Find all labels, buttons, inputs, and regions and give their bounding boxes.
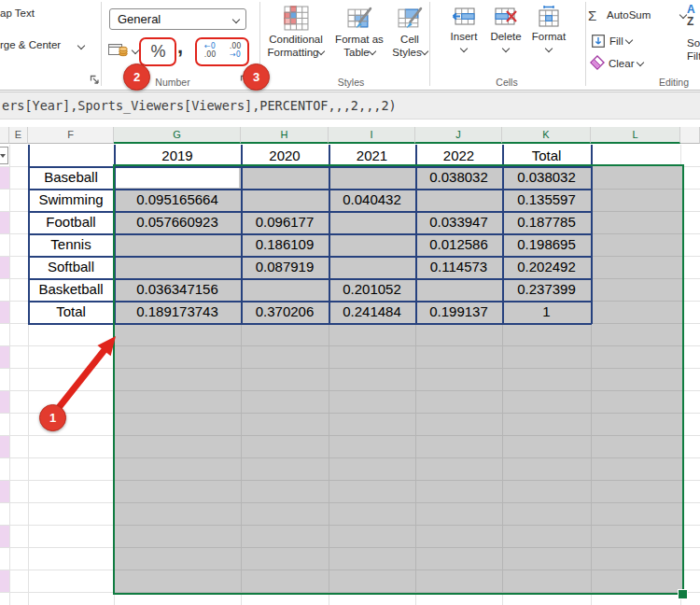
delete-label: Delete [490,31,521,42]
column-header-partial[interactable] [0,127,9,144]
autosum-chevron-icon[interactable] [679,11,687,19]
column-header-H[interactable]: H [241,127,329,144]
column-header-K[interactable]: K [502,127,591,144]
format-as-table-icon [347,6,372,31]
sort-filter-label-2[interactable]: Filt [687,50,700,62]
year-header-cell[interactable]: 2020 [241,145,329,166]
conditional-formatting-label-1: Conditional [269,34,323,45]
group-separator [585,2,586,86]
year-header-cell[interactable]: 2021 [329,145,415,166]
gridline-h [682,166,700,167]
column-header-L[interactable]: L [591,127,680,144]
delete-cells-button[interactable]: Delete [483,4,528,56]
gridline-h [0,480,114,481]
gridline-v [680,145,681,166]
annotation-arrow-icon [0,317,140,429]
row-label[interactable]: Baseball [28,166,114,189]
year-header-cell[interactable]: Total [502,145,591,166]
column-header-J[interactable]: J [415,127,502,144]
clear-icon[interactable] [590,55,605,70]
cells-group-label: Cells [479,77,535,88]
number-format-dropdown[interactable]: General [109,8,246,30]
clear-label: Clear [609,58,634,69]
annotation-step-1: 1 [39,404,66,431]
excel-window: 2019202020212022TotalBaseball0.0380320.0… [0,0,700,605]
stripe-pink-cell [0,256,9,278]
gridline-h [682,323,700,324]
stripe-pink-cell [0,480,9,502]
accounting-format-icon[interactable] [108,42,129,59]
sort-filter-label-1[interactable]: So [687,37,700,49]
sort-filter-icon[interactable]: A Z [687,4,695,28]
annotation-step-3: 3 [243,63,270,91]
gridline-h [0,592,114,593]
column-header-G[interactable]: G [114,127,241,144]
conditional-formatting-icon [284,6,309,31]
selection-fill-handle[interactable] [678,589,688,599]
cell-styles-icon [398,6,423,31]
column-header-F[interactable]: F [28,127,114,144]
insert-cells-icon [452,6,476,28]
formula-text[interactable]: ers[Year],Sports_Viewers[Viewers],PERCEN… [2,98,397,113]
format-as-table-label-1: Format as [335,34,384,45]
column-header-I[interactable]: I [329,127,415,144]
column-header-E[interactable]: E [9,127,28,144]
gridline-h [682,233,700,234]
gridline-h [0,457,114,458]
gridline-h [682,525,700,526]
ribbon-bottom-border [0,90,700,91]
format-cells-button[interactable]: Format [525,4,572,56]
sigma-icon[interactable]: Σ [588,7,596,23]
row-label[interactable]: Softball [28,256,114,278]
autosum-button[interactable]: AutoSum [607,9,651,21]
stripe-pink-cell [0,211,9,233]
fill-button[interactable]: Fill [609,35,632,47]
insert-label: Insert [451,31,478,42]
cell-styles-button[interactable]: Cell Styles [386,4,433,59]
merge-center-chevron-icon[interactable] [77,42,85,49]
sort-letter-a: A [687,3,695,16]
merge-center-button[interactable]: rge & Center [0,39,61,50]
stripe-pink-cell [0,166,9,189]
number-group-label: Number [145,77,201,88]
annotation-step-2: 2 [123,63,150,91]
column-header-partial[interactable] [680,127,700,144]
cell-styles-label-2: Styles [392,47,421,58]
styles-group-label: Styles [323,77,379,88]
format-cells-icon [537,6,561,28]
year-header-cell[interactable]: 2022 [415,145,502,166]
gridline-h [682,345,700,346]
gridline-h [0,435,114,436]
fill-label: Fill [609,35,623,47]
row-label[interactable]: Tennis [28,233,114,256]
clear-button[interactable]: Clear [609,58,643,69]
fill-icon[interactable] [592,35,605,48]
gridline-h [682,570,700,570]
selection-border [113,164,684,595]
gridline-h [0,525,114,526]
year-header-cell[interactable]: 2019 [114,145,241,166]
accounting-format-chevron-icon[interactable] [132,47,139,54]
dropdown-arrow-icon [0,154,6,158]
gridline-h [682,435,700,436]
conditional-formatting-button[interactable]: Conditional Formatting [264,4,328,59]
gridline-h [682,278,700,279]
alignment-dialog-launcher-icon[interactable] [90,75,100,85]
gridline-h [0,547,114,548]
gridline-h [682,457,700,458]
stripe-pink-cell [0,525,9,547]
comma-style-button[interactable]: , [177,35,183,59]
row-label[interactable]: Football [28,211,114,233]
format-as-table-button[interactable]: Format as Table [330,4,388,59]
row-label[interactable]: Swimming [28,189,114,211]
gridline-h [682,502,700,503]
gridline-h [682,390,700,391]
formula-bar[interactable]: ers[Year],Sports_Viewers[Viewers],PERCEN… [0,91,700,120]
insert-cells-button[interactable]: Insert [441,4,487,56]
format-label: Format [532,31,566,42]
wrap-text-button[interactable]: ap Text [0,7,35,19]
cell-dropdown-button[interactable] [0,147,8,164]
annotation-box-percent [139,37,176,66]
cell-styles-label-1: Cell [400,34,419,45]
row-label[interactable]: Basketball [28,278,114,301]
